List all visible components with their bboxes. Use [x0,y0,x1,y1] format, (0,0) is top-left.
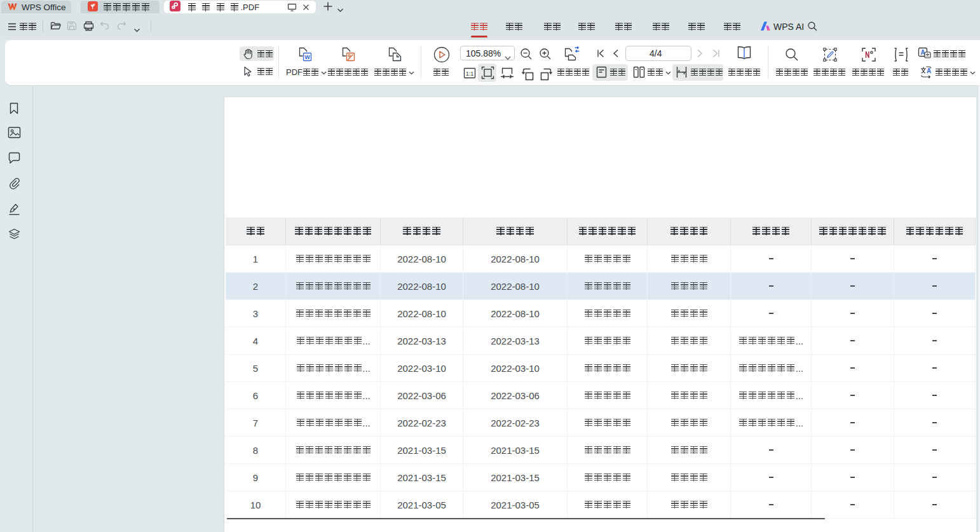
svg-text:1:1: 1:1 [466,71,474,77]
svg-text:W: W [304,54,310,60]
svg-text:A: A [927,67,931,74]
